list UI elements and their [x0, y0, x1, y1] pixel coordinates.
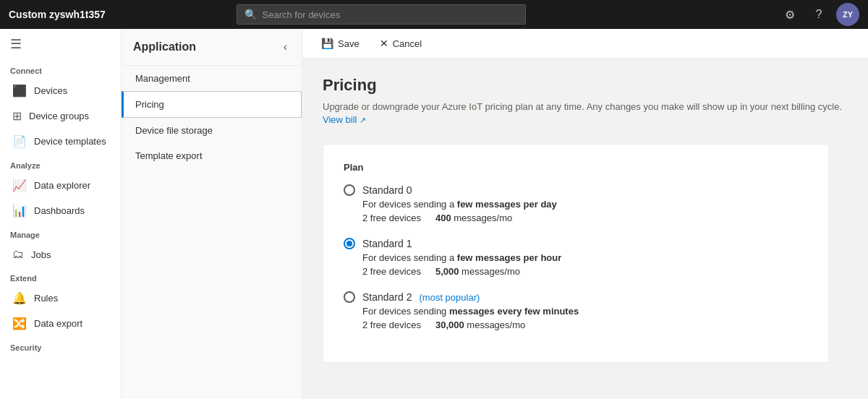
- sidebar-item-jobs-label: Jobs: [31, 249, 51, 260]
- plan-option-standard-2-header[interactable]: Standard 2 (most popular): [344, 291, 808, 303]
- plan-desc-prefix-1: For devices sending a: [362, 252, 457, 263]
- content-area: 💾 Save ✕ Cancel Pricing Upgrade or downg…: [302, 29, 868, 399]
- sidebar-item-device-groups-label: Device groups: [29, 111, 89, 121]
- save-button[interactable]: 💾 Save: [317, 35, 364, 52]
- plan-free-devices-0: 2 free devices: [362, 213, 421, 223]
- plan-details-standard-0: 2 free devices 400 messages/mo: [362, 213, 808, 223]
- view-bill-link[interactable]: View bill ↗: [323, 114, 366, 125]
- plan-messages-suffix-0: messages/mo: [454, 213, 512, 223]
- plan-messages-suffix-2: messages/mo: [467, 319, 525, 330]
- plan-desc-bold-1: few messages per hour: [457, 252, 562, 263]
- search-box[interactable]: 🔍: [237, 4, 526, 25]
- secondary-nav-management-label: Management: [135, 73, 190, 84]
- plan-desc-standard-1: For devices sending a few messages per h…: [362, 252, 808, 263]
- search-icon: 🔍: [244, 9, 257, 20]
- sidebar-item-data-export[interactable]: 🔀 Data export: [0, 311, 121, 336]
- plan-radio-standard-0[interactable]: [344, 184, 355, 196]
- plan-option-standard-2: Standard 2 (most popular) For devices se…: [344, 291, 808, 330]
- sidebar-item-device-templates-label: Device templates: [34, 136, 106, 147]
- extend-section-label: Extend: [0, 267, 121, 286]
- data-explorer-icon: 📈: [12, 179, 27, 192]
- content-toolbar: 💾 Save ✕ Cancel: [302, 29, 868, 59]
- content-scroll: Pricing Upgrade or downgrade your Azure …: [302, 59, 868, 399]
- plan-name-standard-0: Standard 0: [362, 184, 412, 196]
- sidebar-item-dashboards[interactable]: 📊 Dashboards: [0, 198, 121, 223]
- secondary-panel: Application ‹ Management Pricing Device …: [122, 29, 302, 399]
- plan-desc-bold-2: messages every few minutes: [449, 306, 579, 317]
- settings-button[interactable]: ⚙: [778, 3, 801, 26]
- view-bill-label: View bill: [323, 114, 357, 125]
- manage-section-label: Manage: [0, 223, 121, 242]
- collapse-panel-button[interactable]: ‹: [281, 38, 290, 56]
- brand-title: Custom zyswh1t357: [9, 9, 106, 20]
- save-icon: 💾: [321, 38, 333, 49]
- subtitle-text: Upgrade or downgrade your Azure IoT pric…: [323, 101, 842, 112]
- plan-option-standard-0-header[interactable]: Standard 0: [344, 184, 808, 196]
- sidebar-item-data-explorer-label: Data explorer: [34, 180, 90, 191]
- sidebar-item-data-explorer[interactable]: 📈 Data explorer: [0, 173, 121, 198]
- plan-messages-count-0: 400: [435, 213, 451, 223]
- secondary-nav-pricing[interactable]: Pricing: [122, 91, 302, 118]
- plan-free-devices-2: 2 free devices: [362, 319, 421, 330]
- topbar-icons: ⚙ ? ZY: [778, 3, 859, 26]
- page-subtitle: Upgrade or downgrade your Azure IoT pric…: [323, 100, 848, 126]
- plan-messages-2: 30,000 messages/mo: [435, 319, 525, 330]
- device-groups-icon: ⊞: [12, 109, 22, 123]
- sidebar-item-device-templates[interactable]: 📄 Device templates: [0, 129, 121, 154]
- plan-messages-suffix-1: messages/mo: [461, 266, 520, 277]
- secondary-nav-template-export[interactable]: Template export: [122, 143, 302, 168]
- data-export-icon: 🔀: [12, 317, 27, 330]
- plan-option-standard-1: Standard 1 For devices sending a few mes…: [344, 238, 808, 277]
- dashboards-icon: 📊: [12, 204, 27, 218]
- plan-label: Plan: [344, 162, 808, 173]
- pricing-card: Plan Standard 0 For devices sending a fe…: [323, 144, 829, 363]
- sidebar-item-dashboards-label: Dashboards: [34, 205, 85, 216]
- plan-desc-standard-2: For devices sending messages every few m…: [362, 306, 808, 317]
- plan-messages-count-2: 30,000: [435, 319, 464, 330]
- topbar: Custom zyswh1t357 🔍 ⚙ ? ZY: [0, 0, 868, 29]
- plan-desc-bold-0: few messages per day: [457, 199, 557, 210]
- sidebar-item-rules-label: Rules: [34, 293, 58, 304]
- plan-name-standard-2: Standard 2: [362, 291, 412, 303]
- security-section-label: Security: [0, 336, 121, 355]
- analyze-section-label: Analyze: [0, 154, 121, 173]
- hamburger-button[interactable]: ☰: [0, 29, 121, 59]
- main-layout: ☰ Connect ⬛ Devices ⊞ Device groups 📄 De…: [0, 29, 868, 399]
- avatar-initials: ZY: [843, 10, 853, 19]
- sidebar-item-data-export-label: Data export: [34, 318, 82, 329]
- plan-details-standard-1: 2 free devices 5,000 messages/mo: [362, 266, 808, 277]
- sidebar-item-jobs[interactable]: 🗂 Jobs: [0, 242, 121, 267]
- sidebar-item-devices-label: Devices: [34, 85, 67, 96]
- connect-section-label: Connect: [0, 59, 121, 78]
- plan-popular-label-standard-2: (most popular): [420, 292, 480, 303]
- cancel-button[interactable]: ✕ Cancel: [375, 35, 426, 52]
- rules-icon: 🔔: [12, 291, 27, 305]
- plan-radio-standard-1[interactable]: [344, 238, 355, 249]
- cancel-icon: ✕: [380, 38, 388, 49]
- help-icon: ?: [816, 8, 822, 21]
- secondary-nav-device-file-storage[interactable]: Device file storage: [122, 118, 302, 143]
- devices-icon: ⬛: [12, 84, 27, 98]
- sidebar-item-device-groups[interactable]: ⊞ Device groups: [0, 103, 121, 129]
- plan-desc-standard-0: For devices sending a few messages per d…: [362, 199, 808, 210]
- plan-messages-1: 5,000 messages/mo: [435, 266, 520, 277]
- settings-icon: ⚙: [785, 8, 795, 22]
- jobs-icon: 🗂: [12, 248, 24, 261]
- sidebar-item-rules[interactable]: 🔔 Rules: [0, 286, 121, 311]
- secondary-panel-title: Application: [133, 40, 196, 53]
- search-input[interactable]: [263, 9, 518, 20]
- plan-desc-prefix-0: For devices sending a: [362, 199, 457, 210]
- secondary-nav-management[interactable]: Management: [122, 66, 302, 91]
- cancel-label: Cancel: [393, 38, 422, 49]
- plan-radio-standard-2[interactable]: [344, 291, 355, 303]
- secondary-nav-pricing-label: Pricing: [135, 99, 164, 110]
- page-title: Pricing: [323, 76, 848, 95]
- sidebar: ☰ Connect ⬛ Devices ⊞ Device groups 📄 De…: [0, 29, 122, 399]
- plan-free-devices-1: 2 free devices: [362, 266, 421, 277]
- plan-messages-0: 400 messages/mo: [435, 213, 512, 223]
- plan-option-standard-1-header[interactable]: Standard 1: [344, 238, 808, 249]
- help-button[interactable]: ?: [807, 3, 830, 26]
- sidebar-item-devices[interactable]: ⬛ Devices: [0, 78, 121, 103]
- avatar-button[interactable]: ZY: [836, 3, 859, 26]
- secondary-nav-device-file-storage-label: Device file storage: [135, 125, 213, 136]
